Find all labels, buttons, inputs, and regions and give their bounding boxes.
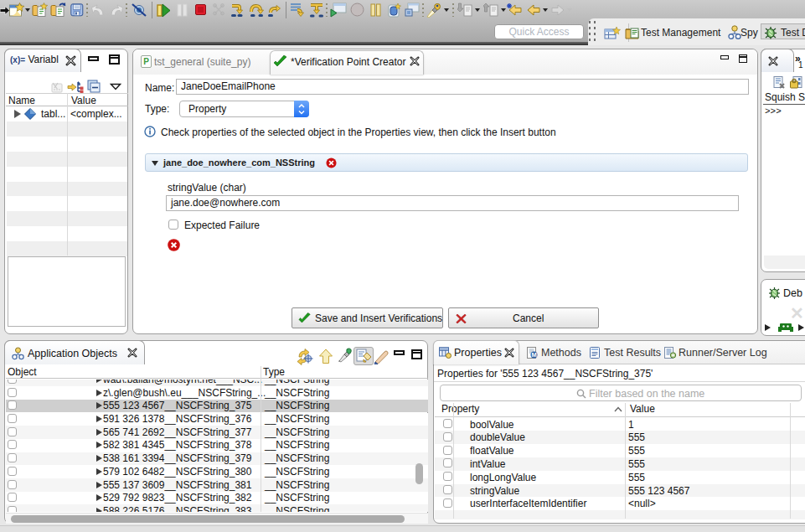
svg-text:P: P [143,57,149,66]
svg-text:M: M [531,351,536,359]
